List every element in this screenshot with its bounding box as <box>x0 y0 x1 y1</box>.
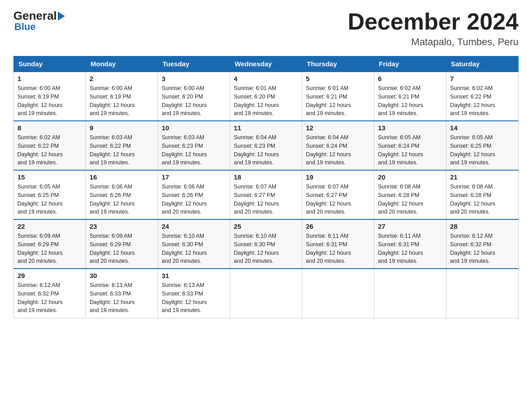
day-number: 16 <box>90 173 154 181</box>
header-friday: Friday <box>374 56 446 72</box>
day-number: 10 <box>162 124 226 132</box>
day-info: Sunrise: 6:00 AMSunset: 6:20 PMDaylight:… <box>162 84 226 118</box>
calendar-cell: 6Sunrise: 6:02 AMSunset: 6:21 PMDaylight… <box>374 72 446 121</box>
day-number: 5 <box>306 75 370 82</box>
day-number: 12 <box>306 124 370 132</box>
day-number: 9 <box>90 124 154 132</box>
calendar-cell: 16Sunrise: 6:06 AMSunset: 6:26 PMDayligh… <box>86 170 158 219</box>
day-number: 17 <box>162 173 226 181</box>
calendar-cell: 3Sunrise: 6:00 AMSunset: 6:20 PMDaylight… <box>158 72 230 121</box>
day-info: Sunrise: 6:03 AMSunset: 6:23 PMDaylight:… <box>162 133 226 167</box>
day-number: 23 <box>90 223 154 230</box>
logo-arrow-icon <box>58 12 65 21</box>
calendar-cell: 18Sunrise: 6:07 AMSunset: 6:27 PMDayligh… <box>230 170 302 219</box>
day-info: Sunrise: 6:12 AMSunset: 6:32 PMDaylight:… <box>17 281 82 315</box>
week-row-3: 15Sunrise: 6:05 AMSunset: 6:25 PMDayligh… <box>14 170 519 219</box>
page-header: General Blue December 2024 Matapalo, Tum… <box>13 9 519 48</box>
header-thursday: Thursday <box>302 56 374 72</box>
calendar-cell: 2Sunrise: 6:00 AMSunset: 6:19 PMDaylight… <box>86 72 158 121</box>
day-number: 11 <box>234 124 298 132</box>
calendar-cell: 17Sunrise: 6:06 AMSunset: 6:26 PMDayligh… <box>158 170 230 219</box>
calendar-table: SundayMondayTuesdayWednesdayThursdayFrid… <box>13 56 519 318</box>
day-number: 20 <box>378 173 442 181</box>
day-info: Sunrise: 6:10 AMSunset: 6:30 PMDaylight:… <box>234 232 298 265</box>
day-number: 24 <box>162 223 226 230</box>
day-info: Sunrise: 6:05 AMSunset: 6:24 PMDaylight:… <box>378 133 442 167</box>
day-info: Sunrise: 6:03 AMSunset: 6:22 PMDaylight:… <box>90 133 154 167</box>
page-title: December 2024 <box>348 9 519 34</box>
logo: General Blue <box>13 9 65 33</box>
calendar-cell: 23Sunrise: 6:09 AMSunset: 6:29 PMDayligh… <box>86 219 158 269</box>
day-info: Sunrise: 6:07 AMSunset: 6:27 PMDaylight:… <box>306 183 370 216</box>
day-info: Sunrise: 6:00 AMSunset: 6:19 PMDaylight:… <box>90 84 154 118</box>
title-area: December 2024 Matapalo, Tumbes, Peru <box>348 9 519 48</box>
day-number: 21 <box>450 173 515 181</box>
day-number: 31 <box>162 272 226 279</box>
calendar-cell: 26Sunrise: 6:11 AMSunset: 6:31 PMDayligh… <box>302 219 374 269</box>
day-number: 1 <box>17 75 82 82</box>
day-number: 4 <box>234 75 298 82</box>
week-row-1: 1Sunrise: 6:00 AMSunset: 6:19 PMDaylight… <box>14 72 519 121</box>
calendar-cell: 12Sunrise: 6:04 AMSunset: 6:24 PMDayligh… <box>302 121 374 170</box>
day-info: Sunrise: 6:08 AMSunset: 6:28 PMDaylight:… <box>378 183 442 216</box>
calendar-cell: 25Sunrise: 6:10 AMSunset: 6:30 PMDayligh… <box>230 219 302 269</box>
calendar-cell: 28Sunrise: 6:12 AMSunset: 6:32 PMDayligh… <box>446 219 519 269</box>
week-row-5: 29Sunrise: 6:12 AMSunset: 6:32 PMDayligh… <box>14 269 519 318</box>
day-info: Sunrise: 6:06 AMSunset: 6:26 PMDaylight:… <box>162 183 226 216</box>
header-monday: Monday <box>86 56 158 72</box>
page-subtitle: Matapalo, Tumbes, Peru <box>348 36 519 48</box>
calendar-cell <box>302 269 374 318</box>
week-row-2: 8Sunrise: 6:02 AMSunset: 6:22 PMDaylight… <box>14 121 519 170</box>
day-number: 22 <box>17 223 82 230</box>
calendar-cell: 9Sunrise: 6:03 AMSunset: 6:22 PMDaylight… <box>86 121 158 170</box>
header-tuesday: Tuesday <box>158 56 230 72</box>
day-info: Sunrise: 6:13 AMSunset: 6:33 PMDaylight:… <box>162 281 226 315</box>
day-info: Sunrise: 6:02 AMSunset: 6:21 PMDaylight:… <box>378 84 442 118</box>
calendar-cell: 21Sunrise: 6:08 AMSunset: 6:28 PMDayligh… <box>446 170 519 219</box>
day-number: 30 <box>90 272 154 279</box>
calendar-cell <box>446 269 519 318</box>
day-number: 19 <box>306 173 370 181</box>
calendar-cell: 22Sunrise: 6:09 AMSunset: 6:29 PMDayligh… <box>14 219 86 269</box>
day-info: Sunrise: 6:01 AMSunset: 6:20 PMDaylight:… <box>234 84 298 118</box>
day-info: Sunrise: 6:13 AMSunset: 6:33 PMDaylight:… <box>90 281 154 315</box>
calendar-cell: 30Sunrise: 6:13 AMSunset: 6:33 PMDayligh… <box>86 269 158 318</box>
calendar-cell: 15Sunrise: 6:05 AMSunset: 6:25 PMDayligh… <box>14 170 86 219</box>
day-number: 26 <box>306 223 370 230</box>
calendar-cell: 27Sunrise: 6:11 AMSunset: 6:31 PMDayligh… <box>374 219 446 269</box>
day-info: Sunrise: 6:04 AMSunset: 6:23 PMDaylight:… <box>234 133 298 167</box>
day-number: 3 <box>162 75 226 82</box>
header-sunday: Sunday <box>14 56 86 72</box>
day-info: Sunrise: 6:01 AMSunset: 6:21 PMDaylight:… <box>306 84 370 118</box>
logo-blue: Blue <box>14 21 36 33</box>
day-number: 6 <box>378 75 442 82</box>
day-number: 27 <box>378 223 442 230</box>
week-row-4: 22Sunrise: 6:09 AMSunset: 6:29 PMDayligh… <box>14 219 519 269</box>
calendar-cell: 24Sunrise: 6:10 AMSunset: 6:30 PMDayligh… <box>158 219 230 269</box>
calendar-cell: 20Sunrise: 6:08 AMSunset: 6:28 PMDayligh… <box>374 170 446 219</box>
calendar-cell <box>374 269 446 318</box>
day-info: Sunrise: 6:05 AMSunset: 6:25 PMDaylight:… <box>17 183 82 216</box>
day-info: Sunrise: 6:09 AMSunset: 6:29 PMDaylight:… <box>17 232 82 265</box>
header-wednesday: Wednesday <box>230 56 302 72</box>
day-number: 14 <box>450 124 515 132</box>
day-info: Sunrise: 6:11 AMSunset: 6:31 PMDaylight:… <box>306 232 370 265</box>
calendar-cell: 19Sunrise: 6:07 AMSunset: 6:27 PMDayligh… <box>302 170 374 219</box>
day-number: 7 <box>450 75 515 82</box>
calendar-cell: 5Sunrise: 6:01 AMSunset: 6:21 PMDaylight… <box>302 72 374 121</box>
day-number: 2 <box>90 75 154 82</box>
calendar-cell: 10Sunrise: 6:03 AMSunset: 6:23 PMDayligh… <box>158 121 230 170</box>
calendar-cell: 31Sunrise: 6:13 AMSunset: 6:33 PMDayligh… <box>158 269 230 318</box>
calendar-cell: 4Sunrise: 6:01 AMSunset: 6:20 PMDaylight… <box>230 72 302 121</box>
calendar-cell: 11Sunrise: 6:04 AMSunset: 6:23 PMDayligh… <box>230 121 302 170</box>
calendar-cell: 1Sunrise: 6:00 AMSunset: 6:19 PMDaylight… <box>14 72 86 121</box>
calendar-cell: 7Sunrise: 6:02 AMSunset: 6:22 PMDaylight… <box>446 72 519 121</box>
header-saturday: Saturday <box>446 56 519 72</box>
day-info: Sunrise: 6:00 AMSunset: 6:19 PMDaylight:… <box>17 84 82 118</box>
calendar-cell: 14Sunrise: 6:05 AMSunset: 6:25 PMDayligh… <box>446 121 519 170</box>
day-info: Sunrise: 6:08 AMSunset: 6:28 PMDaylight:… <box>450 183 515 216</box>
day-number: 29 <box>17 272 82 279</box>
calendar-cell: 29Sunrise: 6:12 AMSunset: 6:32 PMDayligh… <box>14 269 86 318</box>
day-number: 18 <box>234 173 298 181</box>
day-number: 28 <box>450 223 515 230</box>
